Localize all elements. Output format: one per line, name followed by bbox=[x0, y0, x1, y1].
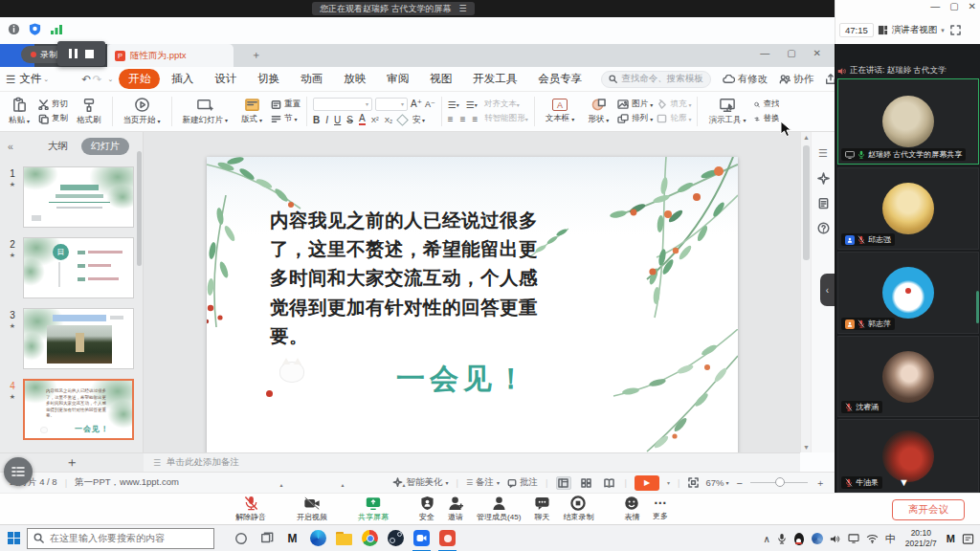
unmute-options-caret[interactable]: ▲ bbox=[279, 482, 284, 522]
slide-thumbnail-4-selected[interactable]: 内容我见之前的人已经说过很多了，这里不赘述，希望能留出更多时间和大家交流互动，个… bbox=[23, 379, 134, 440]
modified-status[interactable]: 有修改 bbox=[723, 73, 768, 86]
notes-toggle-button[interactable]: ☰ 备注▾ bbox=[466, 476, 500, 489]
scroll-up-icon[interactable]: ▲ bbox=[803, 134, 810, 141]
zoom-level[interactable]: 67%▾ bbox=[706, 477, 729, 488]
edge-button[interactable] bbox=[305, 525, 331, 551]
unmute-button[interactable]: 解除静音 bbox=[235, 496, 266, 522]
fit-slide-icon[interactable] bbox=[688, 477, 699, 488]
info-icon[interactable] bbox=[8, 23, 20, 35]
current-slide[interactable]: 内容我见之前的人已经说过很多了，这里不赘述，希望能留出更多时间和大家交流互动，个… bbox=[207, 157, 738, 455]
close-button[interactable]: ✕ bbox=[969, 1, 976, 11]
bold-button[interactable]: B bbox=[313, 115, 320, 125]
tab-member[interactable]: 会员专享 bbox=[528, 69, 591, 89]
text-box-button[interactable]: A 文本框▾ bbox=[541, 94, 580, 129]
find-button[interactable]: 查找 bbox=[754, 99, 779, 110]
slide-closing-text[interactable]: 一会见！ bbox=[396, 360, 530, 399]
tray-browser-icon[interactable] bbox=[812, 533, 823, 544]
underline-button[interactable]: U bbox=[334, 115, 341, 125]
normal-view-button[interactable] bbox=[556, 476, 571, 490]
stop-recording-button[interactable] bbox=[85, 50, 94, 58]
red-app-button[interactable] bbox=[434, 525, 460, 551]
canvas-scrollbar[interactable]: ▲ ▼ bbox=[800, 132, 811, 452]
chrome-button[interactable] bbox=[357, 525, 383, 551]
watching-banner[interactable]: 您正在观看赵瑞婷 古代文学的屏幕 ☰ bbox=[312, 2, 475, 15]
banner-menu-icon[interactable]: ☰ bbox=[459, 4, 467, 13]
replace-button[interactable]: 替换 bbox=[754, 113, 779, 124]
chat-button[interactable]: 聊天 bbox=[534, 496, 550, 522]
notification-center-icon[interactable] bbox=[962, 533, 974, 545]
subscript-button[interactable]: X₂ bbox=[385, 116, 392, 124]
section-button[interactable]: 节▾ bbox=[271, 113, 301, 124]
start-video-button[interactable]: 开启视频 bbox=[297, 496, 327, 522]
tab-review[interactable]: 审阅 bbox=[377, 69, 418, 89]
share-options-caret[interactable]: ▲ bbox=[402, 482, 407, 522]
participant-tile[interactable]: 沈睿涵 bbox=[837, 336, 979, 417]
panel-collapse-handle[interactable]: ‹ bbox=[820, 274, 835, 306]
steam-button[interactable] bbox=[383, 525, 409, 551]
view-mode-caret[interactable]: ▾ bbox=[941, 27, 945, 34]
tab-design[interactable]: 设计 bbox=[205, 69, 246, 89]
pause-recording-button[interactable] bbox=[69, 49, 78, 58]
cut-button[interactable]: 剪切 bbox=[38, 99, 68, 110]
format-painter-button[interactable]: 格式刷 bbox=[72, 94, 106, 129]
share-screen-button[interactable]: 共享屏幕 bbox=[358, 496, 389, 522]
wps-close-button[interactable]: ✕ bbox=[813, 48, 821, 58]
collaborate-button[interactable]: 协作 bbox=[779, 73, 813, 86]
ime-indicator[interactable]: 中 bbox=[885, 532, 896, 546]
sorter-view-button[interactable] bbox=[579, 476, 594, 490]
font-size-select[interactable]: ▾ bbox=[375, 98, 408, 111]
layout-button[interactable]: 版式▾ bbox=[236, 94, 267, 129]
new-slide-button[interactable]: 新建幻灯片▾ bbox=[178, 94, 234, 129]
smart-graphic-button[interactable]: 转智能图形▾ bbox=[484, 113, 528, 124]
tab-transition[interactable]: 切换 bbox=[248, 69, 289, 89]
clipboard-pane-icon[interactable] bbox=[817, 197, 830, 209]
italic-button[interactable]: I bbox=[325, 115, 328, 125]
align-text-button[interactable]: 对齐文本▾ bbox=[484, 99, 520, 110]
file-menu-caret[interactable]: ⌄ bbox=[43, 76, 49, 83]
taskbar-search-input[interactable] bbox=[50, 533, 193, 543]
play-from-current-button[interactable]: 当页开始▾ bbox=[119, 94, 166, 129]
tray-m-icon[interactable]: M bbox=[947, 533, 955, 544]
comments-button[interactable]: 批注 bbox=[507, 476, 538, 489]
zoom-slider-knob[interactable] bbox=[775, 477, 785, 487]
superscript-button[interactable]: X² bbox=[371, 116, 379, 124]
cortana-button[interactable] bbox=[228, 525, 254, 551]
picture-button[interactable]: 图片▾ bbox=[617, 99, 653, 110]
increase-font-button[interactable]: A⁺ bbox=[411, 99, 422, 109]
recording-options-caret[interactable]: ▲ bbox=[607, 482, 612, 522]
wps-maximize-button[interactable]: ▢ bbox=[787, 48, 795, 58]
ribbon-menu-icon[interactable]: ☰ bbox=[6, 73, 15, 86]
quickbar-caret[interactable]: ⌄ bbox=[107, 76, 113, 83]
file-explorer-button[interactable] bbox=[331, 525, 357, 551]
emoji-button[interactable]: 表情 bbox=[624, 496, 639, 522]
scroll-participants-down-icon[interactable]: ▼ bbox=[899, 476, 909, 488]
minimize-button[interactable]: — bbox=[930, 1, 940, 11]
tab-slideshow[interactable]: 放映 bbox=[334, 69, 375, 89]
canvas-scrollbar-thumb[interactable] bbox=[803, 145, 810, 260]
copy-button[interactable]: 复制 bbox=[38, 113, 68, 124]
redo-icon[interactable]: ↷ bbox=[93, 73, 102, 86]
shield-icon[interactable] bbox=[29, 23, 41, 35]
highlight-button[interactable] bbox=[396, 114, 409, 126]
stop-recording-button[interactable]: 结束录制 bbox=[563, 496, 593, 522]
view-mode-label[interactable]: 演讲者视图 bbox=[892, 24, 938, 36]
tab-view[interactable]: 视图 bbox=[420, 69, 461, 89]
tab-home[interactable]: 开始 bbox=[119, 69, 160, 89]
shapes-button[interactable]: 形状▾ bbox=[583, 94, 613, 129]
notes-bar[interactable]: ☰ 单击此处添加备注 bbox=[144, 452, 800, 472]
zoom-in-button[interactable]: ＋ bbox=[815, 476, 825, 490]
bullet-list-button[interactable]: ☰▾ bbox=[448, 99, 459, 110]
invite-button[interactable]: 邀请 bbox=[448, 496, 464, 522]
align-left-button[interactable]: ≡ bbox=[448, 114, 454, 124]
slide-thumbnail-2[interactable]: 目 bbox=[23, 237, 134, 298]
wps-minimize-button[interactable]: — bbox=[760, 48, 769, 58]
presentation-tools-button[interactable]: 演示工具▾ bbox=[703, 94, 750, 129]
fullscreen-icon[interactable] bbox=[950, 25, 961, 35]
tray-volume-icon[interactable] bbox=[830, 534, 841, 544]
security-button[interactable]: 安全 bbox=[419, 496, 434, 522]
participants-scrollbar-thumb[interactable] bbox=[976, 291, 979, 323]
tab-devtools[interactable]: 开发工具 bbox=[463, 69, 526, 89]
app-m-button[interactable]: M bbox=[279, 525, 305, 551]
add-slide-button[interactable]: ＋ bbox=[65, 454, 78, 472]
font-family-select[interactable]: ▾ bbox=[313, 98, 372, 111]
